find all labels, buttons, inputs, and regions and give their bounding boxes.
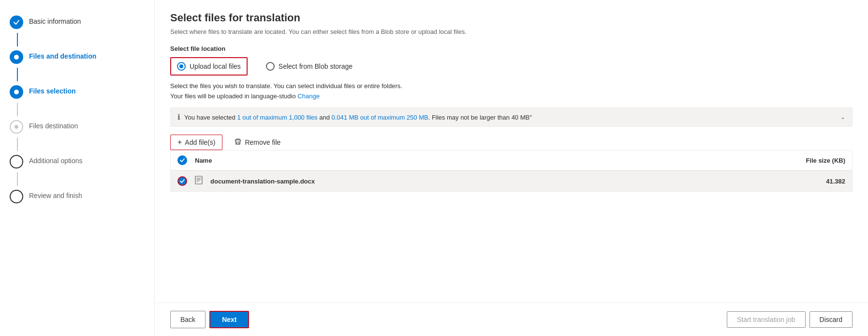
connector-4	[17, 137, 18, 151]
start-translation-button[interactable]: Start translation job	[727, 311, 806, 328]
footer-right-actions: Start translation job Discard	[727, 311, 853, 328]
svg-rect-0	[195, 176, 202, 184]
header-name-col: Name	[195, 157, 768, 164]
upload-location-text: Your files will be uploaded in language-…	[170, 92, 853, 100]
row-name-col: document-translation-sample.docx	[195, 176, 768, 186]
step-icon-files-dest	[10, 120, 23, 134]
file-doc-icon	[195, 176, 203, 186]
main-content-area: Select files for translation Select wher…	[155, 0, 868, 303]
step-label-files-selection: Files selection	[29, 85, 75, 95]
info-text: You have selected 1 out of maximum 1,000…	[184, 114, 532, 121]
row-size-col: 41.382	[768, 178, 845, 185]
remove-file-label: Remove file	[245, 138, 280, 146]
radio-circle-blob	[266, 62, 275, 71]
step-label-files-dest: Files destination	[29, 120, 78, 130]
upload-location-prefix: Your files will be uploaded in language-…	[170, 92, 296, 100]
table-row[interactable]: document-translation-sample.docx 41.382	[171, 170, 852, 191]
size-count-highlight: 0.041 MB out of maximum 250 MB	[332, 114, 428, 121]
change-link[interactable]: Change	[297, 92, 320, 100]
step-icon-files-destination	[10, 50, 23, 64]
back-button[interactable]: Back	[170, 311, 206, 328]
sidebar: Basic information Files and destination …	[0, 0, 155, 336]
step-label-additional-options: Additional options	[29, 155, 83, 165]
sidebar-item-files-dest[interactable]: Files destination	[10, 116, 145, 137]
discard-button[interactable]: Discard	[809, 311, 853, 328]
add-icon: +	[177, 138, 182, 147]
files-description: Select the files you wish to translate. …	[170, 82, 853, 90]
sidebar-item-files-and-destination[interactable]: Files and destination	[10, 46, 145, 68]
radio-blob-storage[interactable]: Select from Blob storage	[259, 57, 359, 76]
next-button[interactable]: Next	[209, 311, 249, 328]
sidebar-item-basic-information[interactable]: Basic information	[10, 12, 145, 33]
remove-file-button[interactable]: Remove file	[230, 135, 284, 150]
sidebar-item-additional-options[interactable]: Additional options	[10, 151, 145, 172]
info-bar-chevron-icon[interactable]: ⌄	[840, 114, 845, 121]
radio-upload-local[interactable]: Upload local files	[170, 57, 248, 76]
step-label-review-finish: Review and finish	[29, 190, 82, 199]
sidebar-item-review-finish[interactable]: Review and finish	[10, 186, 145, 207]
radio-group-file-location: Upload local files Select from Blob stor…	[170, 57, 853, 76]
radio-label-blob: Select from Blob storage	[279, 62, 353, 70]
step-icon-review-finish	[10, 190, 23, 203]
connector-1	[17, 33, 18, 46]
row-checkbox[interactable]	[177, 176, 187, 186]
file-toolbar: + Add file(s) Remove file	[170, 135, 853, 150]
step-icon-additional-options	[10, 155, 23, 168]
header-size-col: File size (KB)	[768, 157, 845, 164]
add-files-label: Add file(s)	[185, 138, 215, 146]
info-bar-content: ℹ You have selected 1 out of maximum 1,0…	[177, 113, 532, 122]
connector-5	[17, 172, 18, 186]
connector-3	[17, 103, 18, 116]
info-icon: ℹ	[177, 113, 180, 122]
step-label-files-destination: Files and destination	[29, 50, 96, 60]
radio-label-upload: Upload local files	[190, 62, 241, 70]
info-text-suffix: . Files may not be larger than 40 MB"	[428, 114, 532, 121]
info-bar: ℹ You have selected 1 out of maximum 1,0…	[170, 107, 853, 127]
select-all-checkbox[interactable]	[177, 155, 187, 165]
step-icon-files-selection	[10, 85, 23, 99]
step-icon-basic-information	[10, 15, 23, 29]
header-check-col	[177, 155, 195, 165]
row-check-col	[177, 176, 195, 186]
page-subtitle: Select where files to translate are loca…	[170, 28, 853, 35]
table-header: Name File size (KB)	[171, 151, 852, 170]
files-count-highlight: 1 out of maximum 1,000 files	[237, 114, 317, 121]
file-location-label: Select file location	[170, 45, 853, 52]
sidebar-item-files-selection[interactable]: Files selection	[10, 81, 145, 103]
file-table: Name File size (KB)	[170, 150, 853, 192]
footer: Back Next Start translation job Discard	[155, 303, 868, 336]
page-title: Select files for translation	[170, 12, 853, 24]
radio-circle-upload	[177, 62, 186, 71]
footer-left-actions: Back Next	[170, 311, 249, 328]
add-files-button[interactable]: + Add file(s)	[170, 135, 222, 150]
connector-2	[17, 68, 18, 81]
trash-icon	[234, 138, 242, 147]
file-name-text: document-translation-sample.docx	[210, 178, 315, 185]
step-label-basic-information: Basic information	[29, 15, 81, 25]
